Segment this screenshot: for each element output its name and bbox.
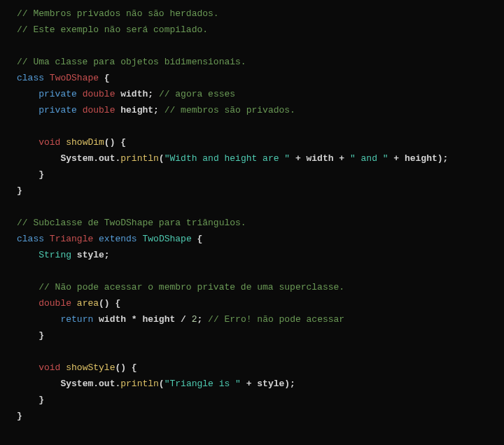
- type-double: double: [83, 105, 115, 115]
- keyword-void: void: [38, 362, 60, 373]
- comment: // Não pode acessar o membro private de …: [38, 282, 344, 292]
- system-out: System.out.: [60, 153, 120, 164]
- comment: // Este exemplo não será compilado.: [17, 24, 208, 35]
- paren: (: [159, 379, 164, 389]
- method-name: showDim: [66, 137, 104, 148]
- code-block: // Membros privados não são herdados. //…: [0, 6, 504, 424]
- keyword-private: private: [38, 89, 77, 99]
- comment: // membros são privados.: [159, 105, 295, 115]
- brace: }: [38, 395, 44, 405]
- comment: // Erro! não pode acessar: [202, 314, 344, 325]
- number-literal: 2: [192, 314, 197, 325]
- keyword-return: return: [60, 314, 93, 325]
- paren-semi: );: [438, 153, 449, 164]
- comment: // Subclasse de TwoDShape para triângulo…: [17, 218, 246, 228]
- operator: +: [388, 153, 405, 164]
- keyword-class: class: [17, 234, 44, 244]
- classname-ref: TwoDShape: [142, 234, 191, 244]
- method-name: area: [77, 298, 99, 309]
- system-out: System.out.: [60, 379, 120, 389]
- operator: /: [175, 314, 191, 325]
- identifier: style: [77, 250, 104, 260]
- classname: TwoDShape: [50, 73, 99, 83]
- string-literal: "Width and height are ": [164, 153, 290, 164]
- identifier: width: [120, 89, 148, 99]
- operator: +: [334, 153, 350, 164]
- semicolon: ;: [104, 250, 110, 260]
- type-string: String: [38, 250, 71, 260]
- keyword-void: void: [38, 137, 60, 148]
- comment: // agora esses: [153, 89, 235, 99]
- println: println: [120, 379, 159, 389]
- semicolon: ;: [153, 105, 159, 115]
- println: println: [120, 153, 159, 164]
- operator: +: [241, 379, 257, 389]
- paren-brace: () {: [115, 362, 136, 373]
- string-literal: " and ": [350, 153, 388, 164]
- brace: {: [192, 234, 203, 244]
- operator: *: [126, 314, 142, 325]
- identifier: style: [257, 379, 284, 389]
- type-double: double: [38, 298, 71, 309]
- paren: (: [159, 153, 164, 164]
- paren-semi: );: [284, 379, 295, 389]
- keyword-private: private: [38, 105, 77, 115]
- identifier: width: [99, 314, 126, 325]
- string-literal: "Triangle is ": [164, 379, 241, 389]
- paren-brace: () {: [104, 137, 126, 148]
- identifier: height: [120, 105, 153, 115]
- type-double: double: [83, 89, 115, 99]
- comment: // Uma classe para objetos bidimensionai…: [17, 57, 246, 67]
- method-name: showStyle: [66, 362, 115, 373]
- identifier: width: [307, 153, 334, 164]
- keyword-extends: extends: [99, 234, 137, 244]
- identifier: height: [405, 153, 438, 164]
- identifier: height: [142, 314, 175, 325]
- comment: // Membros privados não são herdados.: [17, 8, 219, 19]
- brace: }: [38, 330, 44, 341]
- paren-brace: () {: [99, 298, 120, 309]
- brace: }: [17, 411, 22, 421]
- brace: {: [99, 73, 110, 83]
- classname: Triangle: [50, 234, 93, 244]
- keyword-class: class: [17, 73, 44, 83]
- brace: }: [38, 169, 44, 180]
- semicolon: ;: [148, 89, 153, 99]
- brace: }: [17, 185, 22, 196]
- operator: +: [290, 153, 306, 164]
